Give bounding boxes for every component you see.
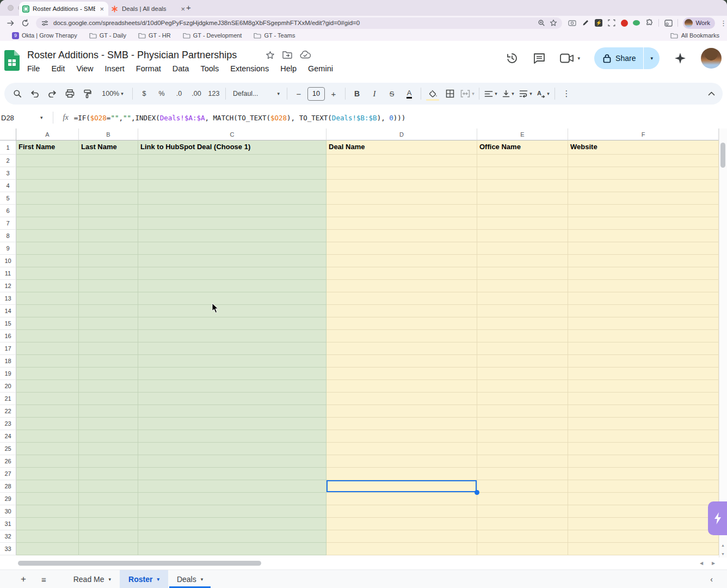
cell-E3[interactable]	[477, 167, 568, 180]
cell-B1[interactable]: Last Name	[79, 140, 138, 155]
new-tab-button[interactable]: +	[186, 3, 191, 12]
row-header-20[interactable]: 20	[0, 380, 16, 393]
cell-A26[interactable]	[16, 455, 79, 468]
row-header-6[interactable]: 6	[0, 205, 16, 217]
cell-D33[interactable]	[326, 543, 477, 555]
cell-B3[interactable]	[79, 167, 138, 180]
cell-F2[interactable]	[568, 155, 719, 167]
cell-B27[interactable]	[79, 468, 138, 480]
cell-B26[interactable]	[79, 455, 138, 468]
select-all-corner[interactable]	[0, 128, 16, 140]
cell-B25[interactable]	[79, 443, 138, 455]
cell-B19[interactable]	[79, 367, 138, 380]
cell-B10[interactable]	[79, 255, 138, 267]
cell-D16[interactable]	[326, 330, 477, 342]
cell-C31[interactable]	[138, 518, 326, 530]
close-icon[interactable]: ×	[98, 5, 105, 13]
row-header-30[interactable]: 30	[0, 505, 16, 518]
cell-F9[interactable]	[568, 242, 719, 255]
row-header-18[interactable]: 18	[0, 355, 16, 367]
cell-C13[interactable]	[138, 292, 326, 305]
chevron-down-icon[interactable]: ▾	[157, 577, 159, 582]
cell-B14[interactable]	[79, 305, 138, 317]
cell-B24[interactable]	[79, 430, 138, 443]
cell-F24[interactable]	[568, 430, 719, 443]
spreadsheet-grid[interactable]: ABCDEF1First NameLast NameLink to HubSpo…	[0, 128, 719, 558]
row-header-2[interactable]: 2	[0, 155, 16, 167]
text-wrap-button[interactable]: ▾	[517, 86, 534, 101]
bookmark-star-icon[interactable]	[549, 19, 558, 27]
cell-E24[interactable]	[477, 430, 568, 443]
fill-handle[interactable]	[475, 490, 479, 495]
cell-B8[interactable]	[79, 230, 138, 242]
cell-D9[interactable]	[326, 242, 477, 255]
row-header-31[interactable]: 31	[0, 518, 16, 530]
site-info-icon[interactable]	[40, 19, 49, 27]
cell-D15[interactable]	[326, 317, 477, 330]
cell-B12[interactable]	[79, 280, 138, 292]
cell-A29[interactable]	[16, 493, 79, 505]
row-header-1[interactable]: 1	[0, 140, 16, 155]
comment-icon[interactable]	[533, 52, 546, 65]
scroll-right-icon[interactable]: ▶	[712, 561, 715, 566]
cell-A30[interactable]	[16, 505, 79, 518]
cell-E25[interactable]	[477, 443, 568, 455]
cell-F23[interactable]	[568, 418, 719, 430]
cell-E11[interactable]	[477, 267, 568, 280]
share-dropdown[interactable]: ▾	[644, 56, 660, 61]
cell-C10[interactable]	[138, 255, 326, 267]
cell-A16[interactable]	[16, 330, 79, 342]
borders-button[interactable]	[441, 86, 459, 101]
cell-E18[interactable]	[477, 355, 568, 367]
cell-A21[interactable]	[16, 393, 79, 405]
cell-D8[interactable]	[326, 230, 477, 242]
cell-C15[interactable]	[138, 317, 326, 330]
google-sheets-logo[interactable]	[4, 50, 20, 71]
bookmark-item[interactable]: GT - Development	[183, 32, 242, 39]
cell-C21[interactable]	[138, 393, 326, 405]
cell-F15[interactable]	[568, 317, 719, 330]
cell-E2[interactable]	[477, 155, 568, 167]
side-panel-icon[interactable]	[664, 19, 673, 27]
all-sheets-icon[interactable]: ≡	[41, 575, 46, 584]
cell-B18[interactable]	[79, 355, 138, 367]
cell-D3[interactable]	[326, 167, 477, 180]
cell-E1[interactable]: Office Name	[477, 140, 568, 155]
cell-C9[interactable]	[138, 242, 326, 255]
more-formats-button[interactable]: 123	[205, 86, 223, 101]
cell-E15[interactable]	[477, 317, 568, 330]
cell-D2[interactable]	[326, 155, 477, 167]
horizontal-scrollbar-thumb[interactable]	[18, 561, 261, 566]
cell-C3[interactable]	[138, 167, 326, 180]
cell-A8[interactable]	[16, 230, 79, 242]
address-bar[interactable]: docs.google.com/spreadsheets/d/10d0PegPy…	[36, 17, 562, 29]
cell-B20[interactable]	[79, 380, 138, 393]
row-header-4[interactable]: 4	[0, 180, 16, 192]
format-percent-button[interactable]: %	[153, 86, 170, 101]
cell-C23[interactable]	[138, 418, 326, 430]
red-extension-icon[interactable]	[621, 20, 628, 27]
row-header-11[interactable]: 11	[0, 267, 16, 280]
cell-E17[interactable]	[477, 342, 568, 355]
cell-F28[interactable]	[568, 480, 719, 493]
row-header-10[interactable]: 10	[0, 255, 16, 267]
cell-A31[interactable]	[16, 518, 79, 530]
cell-C28[interactable]	[138, 480, 326, 493]
row-header-33[interactable]: 33	[0, 543, 16, 555]
cell-E28[interactable]	[477, 480, 568, 493]
cell-A22[interactable]	[16, 405, 79, 418]
cell-F33[interactable]	[568, 543, 719, 555]
font-size-input[interactable]: 10	[307, 87, 325, 101]
cell-E21[interactable]	[477, 393, 568, 405]
scroll-up-icon[interactable]: ▲	[721, 543, 725, 547]
all-bookmarks-button[interactable]: All Bookmarks	[670, 31, 719, 40]
horizontal-align-button[interactable]: ▾	[482, 86, 500, 101]
profile-chip[interactable]: Work	[683, 17, 715, 29]
cell-A14[interactable]	[16, 305, 79, 317]
cell-D27[interactable]	[326, 468, 477, 480]
formula-input[interactable]: =IF($O28="","",INDEX(Deals!$A:$A, MATCH(…	[74, 114, 406, 122]
cell-F20[interactable]	[568, 380, 719, 393]
cell-A6[interactable]	[16, 205, 79, 217]
print-icon[interactable]	[61, 86, 78, 101]
cell-E4[interactable]	[477, 180, 568, 192]
